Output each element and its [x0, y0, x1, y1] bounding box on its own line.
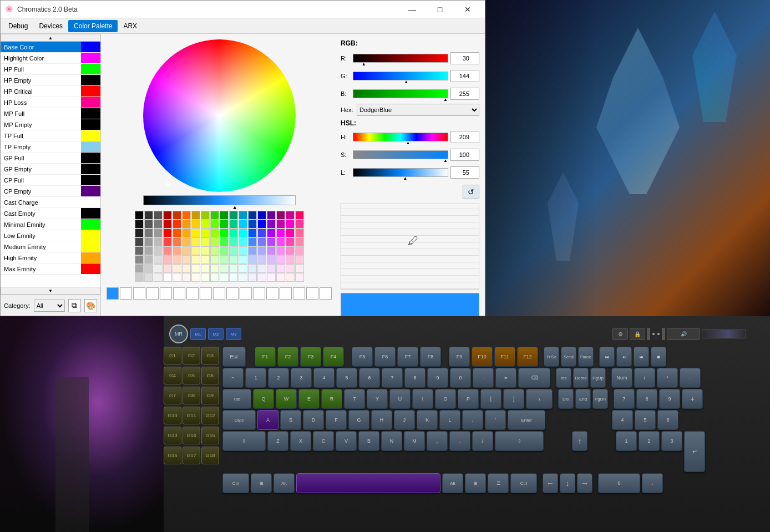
- color-list-item[interactable]: Low Emnity: [1, 230, 100, 241]
- palette-cell[interactable]: [229, 264, 238, 273]
- num6-key[interactable]: 6: [657, 410, 678, 430]
- esc-key[interactable]: Esc: [222, 347, 246, 367]
- color-list-scroll[interactable]: Base ColorHighlight ColorHP FullHP Empty…: [1, 42, 100, 287]
- w-key[interactable]: W: [276, 389, 297, 409]
- palette-cell[interactable]: [286, 211, 295, 220]
- 1-key[interactable]: 1: [245, 368, 266, 388]
- palette-cell[interactable]: [295, 237, 304, 246]
- palette-cell[interactable]: [239, 220, 247, 229]
- scroll-up-button[interactable]: ▲: [1, 34, 100, 42]
- g16-key[interactable]: G16: [164, 447, 181, 464]
- palette-cell[interactable]: [182, 237, 191, 246]
- palette-cell[interactable]: [220, 237, 229, 246]
- hex-dropdown[interactable]: DodgerBlue #1E90FF Custom: [357, 104, 479, 116]
- swatch-slot[interactable]: [320, 287, 332, 300]
- end-key[interactable]: End: [575, 389, 591, 409]
- palette-cell[interactable]: [191, 220, 200, 229]
- 3-key[interactable]: 3: [291, 368, 312, 388]
- swatch-slot[interactable]: [226, 287, 239, 300]
- n-key[interactable]: N: [381, 431, 402, 451]
- palette-cell[interactable]: [173, 273, 181, 282]
- num5-key[interactable]: 5: [635, 410, 656, 430]
- palette-cell[interactable]: [220, 220, 229, 229]
- swatch-slot[interactable]: [253, 287, 265, 300]
- f2-key[interactable]: F2: [277, 347, 298, 367]
- palette-cell[interactable]: [229, 237, 238, 246]
- m3-button[interactable]: M3: [226, 328, 241, 340]
- palette-cell[interactable]: [295, 255, 304, 264]
- color-list-item[interactable]: HP Empty: [1, 75, 100, 86]
- palette-cell[interactable]: [295, 211, 304, 220]
- palette-cell[interactable]: [276, 237, 285, 246]
- prtsc-key[interactable]: PrtSc: [544, 347, 559, 367]
- palette-cell[interactable]: [191, 273, 200, 282]
- g14-key[interactable]: G14: [183, 427, 200, 444]
- palette-cell[interactable]: [286, 220, 295, 229]
- palette-cell[interactable]: [257, 246, 266, 255]
- palette-cell[interactable]: [229, 229, 238, 237]
- palette-cell[interactable]: [257, 255, 266, 264]
- space-key[interactable]: [296, 473, 440, 493]
- palette-cell[interactable]: [163, 220, 172, 229]
- num0-key[interactable]: 0: [598, 473, 640, 493]
- left-key[interactable]: ←: [543, 473, 558, 493]
- menu-debug[interactable]: Debug: [3, 20, 33, 32]
- numlock-key[interactable]: Num: [611, 368, 632, 388]
- rbracket-key[interactable]: ]: [503, 389, 524, 409]
- palette-cell[interactable]: [295, 246, 304, 255]
- palette-cell[interactable]: [276, 264, 285, 273]
- l-spinbox[interactable]: [450, 166, 479, 179]
- g17-key[interactable]: G17: [183, 447, 200, 464]
- e-key[interactable]: E: [298, 389, 320, 409]
- menu-arx[interactable]: ARX: [118, 20, 143, 32]
- x-key[interactable]: X: [290, 431, 311, 451]
- palette-cell[interactable]: [182, 264, 191, 273]
- g15-key[interactable]: G15: [201, 427, 219, 444]
- minimize-button[interactable]: —: [399, 1, 425, 18]
- palette-cell[interactable]: [182, 229, 191, 237]
- rwin-key[interactable]: ⊞: [465, 473, 486, 493]
- palette-cell[interactable]: [210, 264, 219, 273]
- palette-cell[interactable]: [267, 273, 276, 282]
- g7-key[interactable]: G7: [164, 387, 181, 404]
- g-slider-track[interactable]: ▲: [353, 72, 448, 80]
- palette-cell[interactable]: [248, 237, 257, 246]
- i-key[interactable]: I: [412, 389, 433, 409]
- palette-cell[interactable]: [135, 273, 144, 282]
- palette-cell[interactable]: [295, 220, 304, 229]
- palette-cell[interactable]: [163, 264, 172, 273]
- caps-key[interactable]: Caps: [222, 410, 256, 430]
- palette-cell[interactable]: [201, 220, 210, 229]
- palette-cell[interactable]: [220, 211, 229, 220]
- palette-cell[interactable]: [201, 229, 210, 237]
- color-list-item[interactable]: Cast Empty: [1, 208, 100, 219]
- g6-key[interactable]: G6: [201, 367, 219, 384]
- g2-key[interactable]: G2: [183, 347, 200, 364]
- palette-cell[interactable]: [163, 246, 172, 255]
- swatch-slot[interactable]: [173, 287, 185, 300]
- volume-slider[interactable]: [702, 330, 746, 338]
- 9-key[interactable]: 9: [427, 368, 448, 388]
- palette-cell[interactable]: [220, 255, 229, 264]
- palette-cell[interactable]: [210, 229, 219, 237]
- palette-cell[interactable]: [267, 220, 276, 229]
- 4-key[interactable]: 4: [313, 368, 335, 388]
- prev-key[interactable]: ⏮: [599, 347, 615, 367]
- palette-cell[interactable]: [154, 246, 163, 255]
- b-key[interactable]: B: [358, 431, 379, 451]
- g-key[interactable]: G: [348, 410, 369, 430]
- pgup-key[interactable]: PgUp: [590, 368, 606, 388]
- right-key[interactable]: →: [577, 473, 592, 493]
- color-list-item[interactable]: High Emnity: [1, 252, 100, 264]
- palette-cell[interactable]: [220, 273, 229, 282]
- lalt-key[interactable]: Alt: [273, 473, 295, 493]
- color-list-item[interactable]: GP Empty: [1, 164, 100, 175]
- color-list-item[interactable]: TP Full: [1, 130, 100, 141]
- next-key[interactable]: ⏭: [634, 347, 649, 367]
- pause-key[interactable]: Pause: [578, 347, 594, 367]
- palette-cell[interactable]: [267, 246, 276, 255]
- palette-cell[interactable]: [173, 237, 181, 246]
- 0-key[interactable]: 0: [450, 368, 471, 388]
- palette-cell[interactable]: [286, 273, 295, 282]
- num4-key[interactable]: 4: [612, 410, 633, 430]
